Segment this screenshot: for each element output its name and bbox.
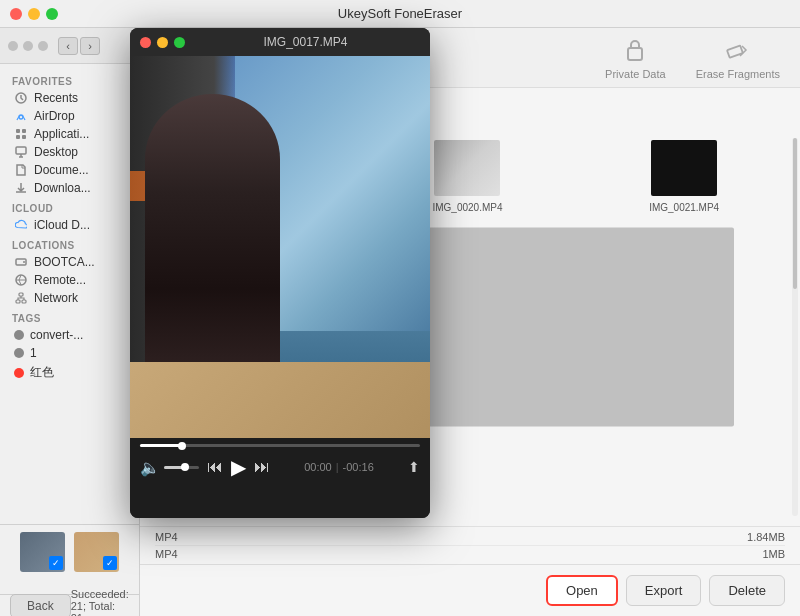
file-item-2[interactable]: IMG_0021.MP4 [583,138,785,213]
finder-sidebar: Favorites Recents AirDrop Applicati... D… [0,64,139,524]
svg-rect-6 [16,147,26,154]
file-thumbnail [649,138,719,198]
finder-max[interactable] [38,41,48,51]
thumbnail-item[interactable] [18,532,68,587]
delete-button[interactable]: Delete [709,575,785,606]
finder-back-button[interactable]: ‹ [58,37,78,55]
sidebar-item-downloads[interactable]: Downloa... [4,179,135,197]
sidebar-item-label: Applicati... [34,127,89,141]
finder-forward-button[interactable]: › [80,37,100,55]
scene-floor [130,362,430,438]
scrollbar-track [792,138,798,516]
sidebar-item-label: Downloa... [34,181,91,195]
file-info-footer: MP4 1.84MB MP4 1MB [140,526,800,564]
applications-icon [14,127,28,141]
svg-rect-4 [16,135,20,139]
footer-row-2: MP4 1MB [155,546,785,562]
sidebar-item-desktop[interactable]: Desktop [4,143,135,161]
tags-section: Tags [0,307,139,326]
tab-label: Private Data [605,68,666,80]
video-progress-bar[interactable] [140,444,420,447]
airdrop-icon [14,109,28,123]
sidebar-tag-label: 红色 [30,364,54,381]
thumbnail-image [20,532,65,572]
thumb-img [434,140,500,196]
video-maximize-button[interactable] [174,37,185,48]
sidebar-item-icloud-drive[interactable]: iCloud D... [4,216,135,234]
icloud-section: iCloud [0,197,139,216]
scrollbar-thumb[interactable] [793,138,797,289]
favorites-section: Favorites [0,70,139,89]
thumbnail-image [74,532,119,572]
video-controls-row: 🔈 ⏮ ▶ ⏭ 00:00 | -00:16 ⬆ [140,455,420,479]
finder-toolbar: ‹ › [0,28,139,64]
sidebar-item-tag3[interactable]: 红色 [4,362,135,383]
video-progress-dot [178,442,186,450]
icloud-icon [14,218,28,232]
sidebar-tag-label: convert-... [30,328,83,342]
svg-rect-13 [628,48,642,60]
app-title: UkeySoft FoneEraser [338,6,462,21]
sidebar-item-recents[interactable]: Recents [4,89,135,107]
finder-close[interactable] [8,41,18,51]
export-button[interactable]: Export [626,575,702,606]
thumb-img [651,140,717,196]
file-type-2: MP4 [155,548,178,560]
main-container: ‹ › Favorites Recents AirDrop Applicati.… [0,28,800,616]
file-type-1: MP4 [155,531,178,543]
close-button[interactable] [10,8,22,20]
thumbnail-check [103,556,117,570]
finder-traffic-lights [8,41,48,51]
video-progress-fill [140,444,182,447]
video-player-window: IMG_0017.MP4 🔈 [130,28,430,518]
video-close-button[interactable] [140,37,151,48]
tab-label: Erase Fragments [696,68,780,80]
open-button[interactable]: Open [546,575,618,606]
documents-icon [14,163,28,177]
sidebar-item-tag2[interactable]: 1 [4,344,135,362]
remote-icon [14,273,28,287]
play-button[interactable]: ▶ [231,455,246,479]
file-size-1: 1.84MB [747,531,785,543]
maximize-button[interactable] [46,8,58,20]
sidebar-item-applications[interactable]: Applicati... [4,125,135,143]
private-data-icon [621,36,649,64]
minimize-button[interactable] [28,8,40,20]
file-thumbnail [432,138,502,198]
volume-bar[interactable] [164,466,199,469]
sidebar-item-documents[interactable]: Docume... [4,161,135,179]
thumbnail-item[interactable] [72,532,122,587]
sidebar-item-label: iCloud D... [34,218,90,232]
network-icon [14,291,28,305]
share-button[interactable]: ⬆ [408,459,420,475]
tag-dot-icon [14,330,24,340]
status-bar: Back Succeeded: 21; Total: 21 [0,594,139,616]
finder-min[interactable] [23,41,33,51]
tag-dot-icon [14,348,24,358]
sidebar-item-network[interactable]: Network [4,289,135,307]
sidebar-item-label: Desktop [34,145,78,159]
back-button[interactable]: Back [10,594,71,617]
video-minimize-button[interactable] [157,37,168,48]
downloads-icon [14,181,28,195]
volume-icon[interactable]: 🔈 [140,458,160,477]
video-title-bar: IMG_0017.MP4 [130,28,430,56]
status-text: Succeeded: 21; Total: 21 [71,588,129,617]
file-size-2: 1MB [762,548,785,560]
sidebar-item-tag1[interactable]: convert-... [4,326,135,344]
video-content [130,56,430,438]
rewind-button[interactable]: ⏮ [207,458,223,476]
sidebar-item-airdrop[interactable]: AirDrop [4,107,135,125]
fast-forward-button[interactable]: ⏭ [254,458,270,476]
tab-private-data[interactable]: Private Data [605,36,666,80]
sidebar-item-bootcamp[interactable]: BOOTCA... [4,253,135,271]
svg-point-8 [23,261,25,263]
sidebar-item-label: BOOTCA... [34,255,95,269]
tag-dot-icon [14,368,24,378]
sidebar-item-label: Remote... [34,273,86,287]
sidebar-item-remote[interactable]: Remote... [4,271,135,289]
tab-erase-fragments[interactable]: Erase Fragments [696,36,780,80]
svg-rect-5 [22,135,26,139]
finder-nav-buttons: ‹ › [58,37,100,55]
file-name: IMG_0021.MP4 [649,202,719,213]
